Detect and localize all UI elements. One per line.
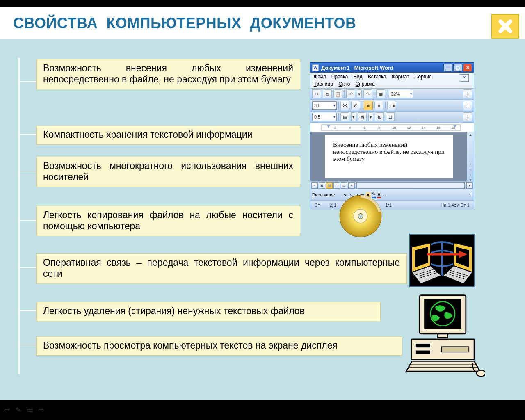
outline-view-icon[interactable]: ≔ [333,182,340,189]
paste-icon[interactable]: 📋 [333,89,342,98]
normal-view-icon[interactable]: ≡ [311,182,318,189]
toolbar-options-icon[interactable]: ⋮ [463,101,472,110]
list-item: Легкость удаления (стирания) ненужных те… [36,302,381,321]
redo-icon[interactable]: ↷ [363,89,372,98]
word-document-area[interactable]: Внесение любых изменений непосредственно… [310,132,474,181]
network-computers-icon [409,234,475,287]
window-close-icon[interactable]: ✕ [463,64,472,72]
menu-close-icon[interactable]: ✕ [460,74,469,82]
web-view-icon[interactable]: ▣ [319,182,325,189]
list-item: Легкость копирования файлов на любые нос… [36,206,300,236]
status-pos: На 1,4см Ст 1 [441,203,470,208]
menu-item[interactable]: Справка [355,81,376,87]
scroll-left-icon[interactable]: ◂ [348,182,355,189]
word-view-bar[interactable]: ≡ ▣ ▥ ≔ ▭ ◂ ▸ [310,181,474,189]
window-minimize-icon[interactable]: ─ [443,64,452,72]
word-window: W Документ1 - Microsoft Word ─ ▢ ✕ Файл … [310,62,474,209]
align-left-icon[interactable]: ≡ [364,101,373,110]
merge-cells-icon[interactable]: ⊟ [386,112,395,121]
list-icon[interactable]: ⋮≡ [387,101,396,110]
reading-view-icon[interactable]: ▭ [341,182,347,189]
svg-text:2: 2 [334,126,336,130]
branch-line [19,345,36,345]
prev-page-icon[interactable]: ◦ [470,162,471,166]
bold-button[interactable]: Ж [340,101,349,110]
word-ruler[interactable]: 2 4 6 8 10 12 14 16 18 [310,123,474,132]
menu-item[interactable]: Вид [353,73,363,80]
undo-dropdown-icon[interactable]: ▾ [357,89,362,98]
list-item-text: Оперативная связь – передача текстовой и… [43,257,400,279]
list-item-text: Возможность внесения любых изменений неп… [43,63,293,85]
menu-item[interactable]: Правка [331,73,349,80]
svg-text:16: 16 [437,126,441,130]
print-view-icon[interactable]: ▥ [326,182,333,189]
align-center-icon[interactable]: ≡ [374,101,383,110]
shading-dropdown-icon[interactable]: ▾ [368,112,373,121]
menu-item[interactable]: Сервис [414,73,432,80]
menu-item[interactable]: Файл [313,73,327,80]
svg-text:8: 8 [379,126,381,130]
list-item: Возможность внесения любых изменений неп… [36,59,300,89]
svg-point-44 [477,370,485,377]
next-page-icon[interactable]: ◦ [470,173,471,177]
undo-icon[interactable]: ↶ [346,89,355,98]
title-bar: СВОЙСТВА КОМПЬЮТЕРНЫХ ДОКУМЕНТОВ [0,7,525,39]
linespacing-select[interactable]: 0,5 [312,113,337,121]
menu-item[interactable]: Формат [391,73,410,80]
viewer-menu-button[interactable]: ▭ [25,406,34,413]
branch-line [19,220,36,221]
insert-table-icon[interactable]: ⊞ [375,112,384,121]
status-page: 1/1 [386,203,392,208]
scroll-up-icon[interactable]: ▲ [469,133,472,137]
branch-line [19,134,36,135]
list-item: Возможность просмотра компьютерных текст… [36,336,402,356]
scroll-down-icon[interactable]: ▼ [469,178,472,182]
menu-item[interactable]: Таблица [313,81,334,87]
viewer-controls: ⇦ ✎ ▭ ⇨ [2,406,45,413]
word-toolbar-standard[interactable]: ✂ ⧉ 📋 ↶ ▾ ↷ ▦ 32% ⋮ [310,88,474,100]
list-spine [19,58,19,374]
svg-rect-32 [420,295,466,334]
word-menubar[interactable]: Файл Правка Вид Вставка Формат Сервис ✕ … [310,73,474,88]
fontsize-select[interactable]: 36 [312,101,337,110]
italic-button[interactable]: К [351,101,360,110]
vertical-scrollbar[interactable]: ▲ ◦ ○ ◦ ▼ [467,132,474,182]
list-item-text: Возможность просмотра компьютерных текст… [43,340,395,351]
window-maximize-icon[interactable]: ▢ [453,64,462,72]
svg-text:12: 12 [407,126,411,130]
viewer-next-button[interactable]: ⇨ [37,406,45,413]
list-item: Компактность хранения текстовой информац… [36,126,300,145]
close-icon [497,18,514,34]
svg-text:6: 6 [364,126,366,130]
viewer-prev-button[interactable]: ⇦ [2,406,11,413]
toolbar-options-icon[interactable]: ⋮ [463,112,472,121]
zoom-select[interactable]: 32% [389,90,413,98]
cut-icon[interactable]: ✂ [312,89,321,98]
horizontal-scrollbar[interactable] [356,182,465,189]
menu-item[interactable]: Окно [338,81,351,87]
toolbar-options-icon[interactable]: ⋮ [468,192,472,198]
viewer-pen-button[interactable]: ✎ [14,406,22,413]
word-drawing-toolbar[interactable]: Рисование ↖ ＼ ➝ ▭ ▼ ✎ A ≡ ⋮ [310,189,474,200]
line-style-icon[interactable]: ≡ [382,192,385,197]
toolbar-options-icon[interactable]: ⋮ [463,89,472,98]
close-button[interactable] [491,14,519,39]
word-page[interactable]: Внесение любых изменений непосредственно… [324,135,453,178]
table-icon[interactable]: ▦ [376,89,385,98]
shading-icon[interactable]: ▨ [358,112,367,121]
drawing-menu[interactable]: Рисование [312,192,342,197]
word-toolbar-table[interactable]: 0,5 ▦ ▾ ▨ ▾ ⊞ ⊟ ⋮ [310,111,474,123]
scroll-right-icon[interactable]: ▸ [466,182,473,189]
menu-item[interactable]: Вставка [367,73,387,80]
word-toolbar-format[interactable]: 36 Ж К ≡ ≡ ⋮≡ ⋮ [310,100,474,111]
svg-rect-35 [438,334,447,338]
border-icon[interactable]: ▦ [340,112,349,121]
list-item: Возможность многократного использования … [36,157,300,187]
word-status-bar: Ст д 1 1/1 На 1,4см Ст 1 [310,200,474,210]
computer-icon [405,294,485,379]
svg-point-14 [358,214,363,219]
browse-object-icon[interactable]: ○ [470,168,472,171]
border-dropdown-icon[interactable]: ▾ [351,112,356,121]
word-titlebar[interactable]: W Документ1 - Microsoft Word ─ ▢ ✕ [310,63,474,73]
copy-icon[interactable]: ⧉ [323,89,332,98]
